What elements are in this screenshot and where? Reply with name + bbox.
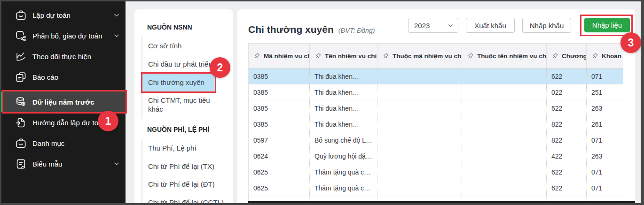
sidebar-item-danh-muc[interactable]: Danh mục [1,133,126,153]
input-data-button[interactable]: Nhập liệu [584,18,630,32]
table-cell [377,132,462,148]
subnav-item-chi-tu-phi-de-lai-dt[interactable]: Chi từ Phí để lại (ĐT) [142,175,228,194]
column-header-2[interactable]: Tên nhiệm vụ chi [310,44,377,68]
column-header-label: Thuộc mã nhiệm vụ chi [393,53,462,60]
table-cell: 0625 [249,164,310,180]
report-icon [15,71,27,83]
table-cell: 0385 [249,68,310,84]
page-title-wrap: Chi thường xuyên (ĐVT: Đồng) [248,24,375,35]
table-row[interactable]: 0385Thi đua khen…822261 [249,116,623,132]
table-row[interactable]: 0625Thăm tặng quà c…622071 [249,164,623,180]
export-button[interactable]: Xuất khẩu [466,18,515,33]
chevron-down-icon [113,12,120,18]
table-row[interactable]: 0385Thi đua khen…622071 [249,68,623,84]
guide-icon [15,116,27,129]
sidebar-menu: Lập dự toánPhân bổ, giao dự toánTheo dõi… [1,5,126,174]
column-header-label: Khoản [602,53,621,60]
sidebar-item-theo-doi-thuc-hien[interactable]: Theo dõi thực hiện [1,46,126,67]
sidebar-item-label: Lập dự toán [32,11,71,19]
subnav-item-chi-tu-phi-de-lai-tx[interactable]: Chi từ Phí để lại (TX) [142,158,228,176]
table-cell [462,100,547,116]
import-button[interactable]: Nhập khẩu [522,18,571,33]
data-table: Mã nhiệm vụ chiTên nhiệm vụ chiThuộc mã … [248,43,623,205]
table-cell [377,180,462,196]
column-header-4[interactable]: Thuộc tên nhiệm vụ chi [462,44,547,68]
sidebar-item-bieu-mau[interactable]: Biểu mẫu [1,153,126,174]
form-icon [15,158,27,170]
table-cell [377,100,462,116]
column-header-label: Tên nhiệm vụ chi [325,53,377,60]
table-cell: 071 [587,180,623,196]
chevron-down-icon [113,32,120,39]
table-row[interactable]: 0625Thăm tặng quà c…622071 [249,180,623,196]
sidebar-item-lap-du-toan[interactable]: Lập dự toán [1,5,126,25]
unit-note: (ĐVT: Đồng) [338,27,375,34]
chevron-down-icon [113,160,120,167]
table-cell: 822 [547,132,587,148]
window-border-top [0,0,644,1]
sidebar-item-label: Hướng dẫn lập dự toán [32,119,106,127]
table-cell: 251 [587,84,623,100]
subnav-section-heading: NGUỒN NSNN [147,23,228,31]
catalog-icon [15,137,27,149]
table-cell [462,132,547,148]
pin-icon [467,53,474,60]
table-row[interactable]: 0624Quỹ lương hội đặ…422263 [249,148,623,164]
subnav-group: Thu Phí, Lệ phíChi từ Phí để lại (TX)Chi… [141,139,228,205]
table-cell: Quỹ lương hội đặ… [310,148,377,164]
year-select[interactable]: 2023 [408,18,458,33]
table-cell [462,116,547,132]
table-row[interactable]: 0385Thi đua khen…622263 [249,100,623,116]
table-cell: 071 [587,132,623,148]
table-cell [462,68,547,84]
column-header-1[interactable]: Mã nhiệm vụ chi [249,44,310,68]
table-cell: 622 [547,100,587,116]
table-cell: 822 [547,116,587,132]
sidebar-item-phan-bo-giao-du-toan[interactable]: Phân bổ, giao dự toán [1,25,126,46]
table-cell: Bổ sung chế độ L… [310,132,377,148]
sidebar-item-label: Dữ liệu năm trước [32,98,94,106]
table-cell [462,164,547,180]
database-icon [15,96,27,108]
briefcase-icon [15,9,27,21]
table-cell: 0597 [249,132,310,148]
table-cell: 422 [547,148,587,164]
window-border-right [641,0,644,205]
table-cell: 0385 [249,84,310,100]
column-header-3[interactable]: Thuộc mã nhiệm vụ chi [377,44,462,68]
table-cell [377,68,462,84]
subnav-item-chi-thuong-xuyen[interactable]: Chi thường xuyên [142,74,215,92]
table-row[interactable]: 0597Bổ sung chế độ L…822071 [249,132,623,148]
annotation-badge-2: 2 [210,57,230,78]
chevron-down-icon [443,23,458,29]
column-header-6[interactable]: Khoản [587,44,623,68]
sidebar-item-label: Danh mục [32,139,64,147]
table-cell [462,84,547,100]
column-header-label: Mã nhiệm vụ chi [264,53,310,60]
table-cell: Thi đua khen… [310,68,377,84]
sidebar-item-du-lieu-nam-truoc[interactable]: Dữ liệu năm trước [1,91,126,112]
subnav-item-thu-phi-le-phi[interactable]: Thu Phí, Lệ phí [142,139,228,158]
subnav-section-heading: NGUỒN PHÍ, LỆ PHÍ [147,126,228,133]
table-cell [377,148,462,164]
table-cell: 622 [547,180,587,196]
line-chart-icon [15,50,27,62]
sidebar-item-label: Báo cáo [32,73,58,81]
table-cell: 0624 [249,148,310,164]
table-cell [462,148,547,164]
table-cell: Thăm tặng quà c… [310,180,377,196]
annotation-badge-3: 3 [620,32,641,53]
table-cell [377,164,462,180]
secondary-sidebar: NGUỒN NSNNCơ sở tínhChi đầu tư phát triể… [134,9,233,205]
sidebar-item-bao-cao[interactable]: Báo cáo [1,67,126,87]
table-cell [377,116,462,132]
table-cell: 071 [587,164,623,180]
table-row[interactable]: 0385Thi đua khen…022251 [249,84,623,100]
subnav-item-chi-ctmt-muc-tieu-khac[interactable]: Chi CTMT, mục tiêu khác [142,91,228,119]
window-border-bottom [0,203,644,205]
subnav-item-co-so-tinh[interactable]: Cơ sở tính [142,37,228,55]
pin-icon [382,53,389,60]
main-sidebar: Lập dự toánPhân bổ, giao dự toánTheo dõi… [1,1,126,203]
column-header-5[interactable]: Chương [547,44,587,68]
annotation-badge-1: 1 [98,111,118,131]
